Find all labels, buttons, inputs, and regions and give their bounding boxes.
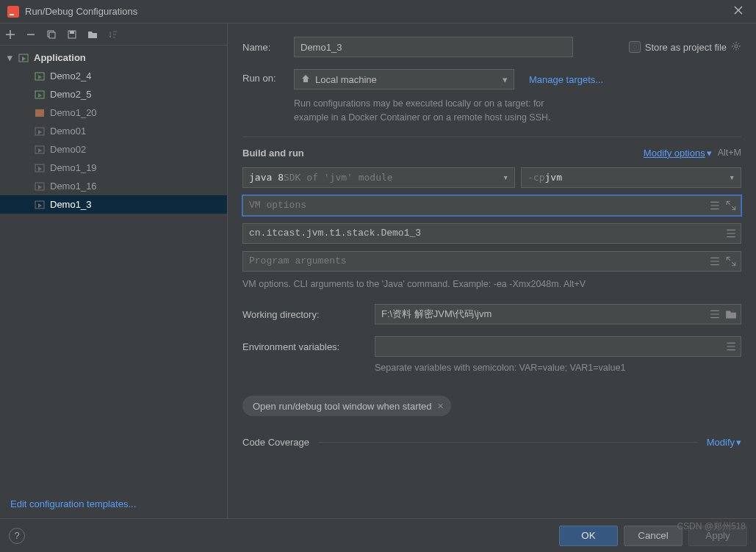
chevron-down-icon: ▾ (736, 437, 741, 448)
sort-icon[interactable] (107, 29, 119, 40)
open-tool-window-chip[interactable]: Open run/debug tool window when started … (242, 396, 451, 416)
svg-rect-1 (10, 14, 14, 15)
add-icon[interactable] (4, 29, 16, 40)
checkbox[interactable] (629, 41, 641, 53)
tree-item-Demo2_5[interactable]: Demo2_5 (0, 85, 227, 104)
svg-rect-0 (7, 6, 19, 18)
cp-prefix: -cp (528, 172, 544, 183)
run-config-icon (34, 107, 46, 119)
cancel-button[interactable]: Cancel (624, 526, 683, 546)
list-icon[interactable] (725, 228, 737, 239)
tree-item-label: Demo1_16 (50, 181, 97, 192)
window-title: Run/Debug Configurations (25, 6, 728, 17)
close-icon[interactable] (728, 3, 749, 20)
vm-options-input[interactable] (242, 195, 741, 216)
run-config-icon (34, 181, 46, 192)
jdk-module: SDK of 'jvm' module (284, 172, 393, 183)
application-group-icon (18, 52, 29, 64)
tree-item-Demo1_3[interactable]: Demo1_3 (0, 195, 227, 214)
expand-icon[interactable] (725, 255, 737, 267)
working-dir-label: Working directory: (242, 309, 375, 320)
expand-icon[interactable] (725, 200, 737, 211)
env-vars-label: Environment variables: (242, 341, 375, 352)
run-on-hint2: example in a Docker Container or on a re… (294, 111, 741, 125)
browse-folder-icon[interactable] (725, 308, 737, 320)
run-on-value: Local machine (315, 74, 377, 85)
list-icon[interactable] (709, 255, 721, 267)
name-row: Name: Store as project file (242, 37, 741, 57)
save-icon[interactable] (66, 29, 78, 40)
chevron-down-icon: ▾ (503, 172, 508, 183)
chevron-down-icon: ▾ (7, 52, 18, 63)
copy-icon[interactable] (46, 29, 57, 40)
tree-item-Demo02[interactable]: Demo02 (0, 140, 227, 159)
tree-item-label: Demo1_19 (50, 162, 97, 173)
remove-chip-icon[interactable]: × (438, 400, 444, 412)
config-tree: ▾ Application Demo2_4Demo2_5Demo1_20Demo… (0, 46, 227, 490)
main-class-input[interactable] (242, 223, 741, 244)
run-on-dropdown[interactable]: Local machine ▾ (294, 69, 514, 90)
tree-item-Demo1_20[interactable]: Demo1_20 (0, 104, 227, 122)
list-icon[interactable] (709, 308, 721, 320)
svg-rect-5 (70, 31, 74, 34)
manage-targets-link[interactable]: Manage targets... (529, 74, 603, 85)
code-coverage-title: Code Coverage (242, 437, 309, 448)
run-config-icon (34, 199, 46, 211)
vm-options-hint: VM options. CLI arguments to the 'Java' … (242, 277, 741, 291)
edit-templates-link[interactable]: Edit configuration templates... (0, 490, 227, 518)
dialog-footer: ? OK Cancel Apply (0, 518, 756, 552)
tree-item-Demo2_4[interactable]: Demo2_4 (0, 67, 227, 85)
content-panel: Name: Store as project file Run on: Loca… (228, 23, 756, 518)
sidebar-toolbar (0, 23, 227, 46)
run-on-row: Run on: Local machine ▾ Manage targets..… (242, 69, 741, 125)
env-vars-input[interactable] (375, 336, 741, 357)
program-args-input[interactable] (242, 251, 741, 272)
tree-item-label: Demo2_4 (50, 70, 91, 81)
build-run-title: Build and run (242, 148, 304, 159)
help-icon[interactable]: ? (9, 528, 25, 544)
run-config-icon (34, 126, 46, 137)
run-config-icon (34, 70, 46, 82)
watermark: CSDN @郑州518 (677, 520, 746, 533)
chevron-down-icon: ▾ (729, 172, 735, 183)
modify-options-link[interactable]: Modify options (644, 148, 705, 159)
tree-item-Demo01[interactable]: Demo01 (0, 122, 227, 140)
run-config-icon (34, 144, 46, 156)
working-dir-row: Working directory: (242, 304, 741, 324)
tree-item-label: Demo02 (50, 144, 86, 155)
run-on-label: Run on: (242, 69, 294, 84)
run-config-icon (34, 89, 46, 101)
app-icon (7, 6, 19, 18)
jdk-dropdown[interactable]: java 8 SDK of 'jvm' module ▾ (242, 167, 515, 188)
run-on-hint1: Run configurations may be executed local… (294, 97, 741, 111)
env-vars-hint: Separate variables with semicolon: VAR=v… (375, 361, 741, 375)
name-input[interactable] (294, 37, 573, 57)
tree-group-application[interactable]: ▾ Application (0, 48, 227, 67)
sidebar: ▾ Application Demo2_4Demo2_5Demo1_20Demo… (0, 23, 228, 518)
tree-item-label: Demo1_3 (50, 199, 91, 210)
classpath-dropdown[interactable]: -cp jvm ▾ (521, 167, 741, 188)
list-icon[interactable] (725, 341, 737, 352)
store-as-project-file[interactable]: Store as project file (629, 41, 727, 53)
modify-options-shortcut: Alt+M (718, 148, 741, 158)
gear-icon[interactable] (731, 41, 741, 54)
tree-item-label: Demo1_20 (50, 107, 97, 118)
chip-label: Open run/debug tool window when started (253, 401, 432, 412)
working-dir-input[interactable] (375, 304, 741, 324)
list-icon[interactable] (709, 200, 721, 211)
home-icon (300, 73, 311, 86)
remove-icon[interactable] (25, 29, 37, 40)
svg-rect-3 (49, 32, 55, 38)
svg-point-16 (735, 45, 738, 48)
tree-item-Demo1_16[interactable]: Demo1_16 (0, 177, 227, 195)
folder-icon[interactable] (87, 29, 98, 40)
tree-item-label: Demo2_5 (50, 89, 91, 100)
main-area: ▾ Application Demo2_4Demo2_5Demo1_20Demo… (0, 23, 756, 518)
svg-rect-9 (35, 109, 44, 117)
store-label: Store as project file (645, 42, 727, 53)
tree-item-label: Demo01 (50, 126, 86, 137)
tree-item-Demo1_19[interactable]: Demo1_19 (0, 159, 227, 177)
ok-button[interactable]: OK (559, 526, 618, 546)
coverage-modify-link[interactable]: Modify (707, 437, 735, 448)
svg-rect-10 (37, 111, 43, 112)
